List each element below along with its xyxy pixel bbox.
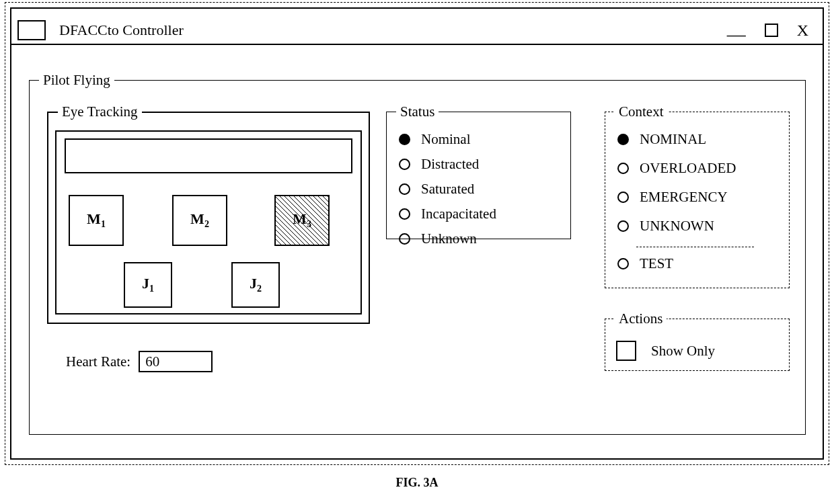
window-title: DFACCto Controller <box>59 22 727 39</box>
titlebar-separator <box>11 44 823 45</box>
context-option-unknown[interactable]: UNKNOWN <box>617 218 754 235</box>
context-option-label: OVERLOADED <box>640 160 736 177</box>
context-option-overloaded[interactable]: OVERLOADED <box>617 160 754 177</box>
close-icon[interactable]: X <box>797 22 808 40</box>
status-option-label: Saturated <box>421 181 474 198</box>
eye-tracking-legend: Eye Tracking <box>58 103 142 120</box>
maximize-icon[interactable] <box>765 24 778 37</box>
pilot-flying-legend: Pilot Flying <box>39 72 114 89</box>
context-group: Context NOMINAL OVERLOADED EMERGENCY UNK… <box>605 103 790 288</box>
radio-dot-icon <box>617 220 629 232</box>
context-option-label: TEST <box>640 255 673 272</box>
context-option-label: NOMINAL <box>640 131 706 148</box>
context-divider <box>636 247 754 247</box>
radio-dot-icon <box>399 134 410 145</box>
status-radio-list: Nominal Distracted Saturated Incapacitat… <box>399 131 496 255</box>
window-frame: DFACCto Controller — X Pilot Flying Eye … <box>10 7 824 460</box>
pilot-flying-group: Pilot Flying Eye Tracking M1 M2 M3 J1 J2… <box>29 72 806 435</box>
eye-region-j1[interactable]: J1 <box>124 262 172 308</box>
context-option-nominal[interactable]: NOMINAL <box>617 131 754 148</box>
context-option-label: UNKNOWN <box>640 218 714 235</box>
show-only-label: Show Only <box>651 343 715 360</box>
heart-rate-value[interactable]: 60 <box>139 351 213 372</box>
show-only-checkbox[interactable] <box>616 341 636 361</box>
radio-dot-icon <box>399 233 410 245</box>
eye-tracking-wide-box <box>65 138 352 173</box>
status-option-incapacitated[interactable]: Incapacitated <box>399 206 496 222</box>
status-option-distracted[interactable]: Distracted <box>399 156 496 173</box>
eye-region-m3[interactable]: M3 <box>274 195 330 246</box>
status-option-label: Unknown <box>421 230 477 247</box>
status-option-label: Nominal <box>421 131 471 148</box>
app-icon <box>17 20 46 40</box>
radio-dot-icon <box>617 163 629 174</box>
radio-dot-icon <box>617 134 629 145</box>
eye-region-m1[interactable]: M1 <box>69 195 124 246</box>
radio-dot-icon <box>399 159 410 170</box>
actions-row: Show Only <box>616 341 715 361</box>
titlebar: DFACCto Controller — X <box>17 15 817 45</box>
radio-dot-icon <box>617 258 629 269</box>
eye-region-m2[interactable]: M2 <box>172 195 227 246</box>
heart-rate-label: Heart Rate: <box>66 353 130 370</box>
radio-dot-icon <box>617 192 629 203</box>
figure-caption: FIG. 3A <box>0 476 834 490</box>
context-option-test[interactable]: TEST <box>617 255 754 272</box>
status-option-nominal[interactable]: Nominal <box>399 131 496 148</box>
eye-tracking-group: Eye Tracking M1 M2 M3 J1 J2 <box>47 103 370 324</box>
eye-region-j2[interactable]: J2 <box>231 262 280 308</box>
heart-rate-row: Heart Rate: 60 <box>66 351 213 372</box>
window-controls: — X <box>727 22 808 40</box>
radio-dot-icon <box>399 208 410 220</box>
status-group: Status Nominal Distracted Saturated Inca… <box>386 103 571 239</box>
status-option-label: Incapacitated <box>421 206 496 222</box>
actions-group: Actions Show Only <box>605 310 790 371</box>
status-option-unknown[interactable]: Unknown <box>399 230 496 247</box>
status-legend: Status <box>396 103 439 120</box>
outer-dashed-border: DFACCto Controller — X Pilot Flying Eye … <box>5 2 829 465</box>
context-option-emergency[interactable]: EMERGENCY <box>617 189 754 206</box>
status-option-saturated[interactable]: Saturated <box>399 181 496 198</box>
status-option-label: Distracted <box>421 156 479 173</box>
eye-tracking-panel: M1 M2 M3 J1 J2 <box>55 130 362 314</box>
context-option-label: EMERGENCY <box>640 189 728 206</box>
context-radio-list: NOMINAL OVERLOADED EMERGENCY UNKNOWN TES… <box>617 131 754 284</box>
context-legend: Context <box>615 103 668 120</box>
radio-dot-icon <box>399 183 410 195</box>
actions-legend: Actions <box>615 310 667 327</box>
